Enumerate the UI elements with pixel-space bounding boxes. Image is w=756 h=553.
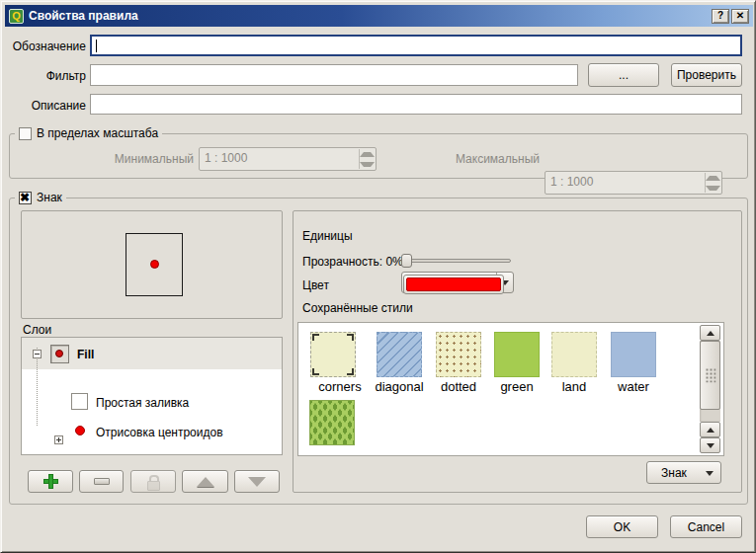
help-icon[interactable]: ? <box>712 9 729 24</box>
tree-item-centroid-fill[interactable]: Отрисовка центроидов <box>96 426 223 439</box>
lock-layer-button[interactable] <box>130 470 176 493</box>
centroid-fill-icon <box>75 426 85 435</box>
test-filter-button[interactable]: Проверить <box>671 63 742 87</box>
ok-button[interactable]: OK <box>586 515 658 538</box>
color-button[interactable] <box>403 275 504 294</box>
up-arrow-icon <box>197 477 214 487</box>
spin-up-icon <box>360 149 375 159</box>
close-icon[interactable]: ✕ <box>731 9 749 24</box>
text-caret <box>96 40 97 52</box>
style-item-dotted[interactable]: dotted <box>429 332 488 394</box>
layers-label: Слои <box>23 323 51 337</box>
cancel-button[interactable]: Cancel <box>670 515 742 538</box>
description-input[interactable] <box>90 94 742 115</box>
style-item-land[interactable]: land <box>545 332 604 394</box>
spin-up-icon <box>706 173 720 183</box>
scale-range-title: В пределах масштаба <box>37 126 158 140</box>
minus-icon <box>94 478 110 485</box>
max-scale-spin-arrows[interactable] <box>705 173 720 193</box>
max-scale-label: Максимальный <box>436 152 540 166</box>
plus-icon <box>43 474 58 489</box>
scroll-up-icon[interactable] <box>700 325 720 341</box>
spin-down-icon <box>360 159 375 169</box>
label-input[interactable] <box>90 35 742 56</box>
down-arrow-icon <box>248 477 266 487</box>
color-label: Цвет <box>302 278 329 292</box>
style-swatch-water <box>611 332 656 377</box>
style-swatch-dotted <box>436 332 481 377</box>
style-list: corners diagonal dotted green land water <box>297 322 724 456</box>
move-down-button[interactable] <box>234 470 280 493</box>
symbol-layers-tree: Fill Простая заливка Отрисовка центроидо… <box>21 337 283 455</box>
symbol-checkbox[interactable] <box>19 192 32 204</box>
symbol-preview <box>21 210 283 319</box>
filter-field-label: Фильтр <box>9 69 86 83</box>
transparency-slider-handle[interactable] <box>401 254 412 268</box>
style-swatch-green <box>494 332 540 377</box>
add-layer-button[interactable] <box>28 470 73 493</box>
style-swatch-green-hatch <box>309 400 355 445</box>
tree-item-simple-fill[interactable]: Простая заливка <box>96 396 189 410</box>
tree-root-label[interactable]: Fill <box>77 348 94 361</box>
rule-properties-dialog: Q Свойства правила ? ✕ Обозначение Фильт… <box>0 0 756 553</box>
style-item-green[interactable]: green <box>487 332 546 394</box>
style-swatch-diagonal <box>377 332 422 377</box>
style-swatch-land <box>551 332 597 377</box>
min-scale-spinbox[interactable]: 1 : 1000 <box>199 147 377 171</box>
style-swatch-corners <box>310 332 356 377</box>
expand-icon[interactable] <box>54 435 63 444</box>
filter-input[interactable] <box>90 64 578 86</box>
min-scale-label: Минимальный <box>90 152 194 166</box>
window-title: Свойства правила <box>29 9 710 23</box>
expression-builder-button[interactable]: ... <box>588 63 659 87</box>
symbol-menu-button[interactable]: Знак <box>646 461 721 484</box>
symbol-legend: Знак <box>15 191 66 204</box>
color-swatch <box>406 277 501 291</box>
style-item-green-hatch[interactable] <box>309 400 369 447</box>
lock-icon <box>146 475 160 489</box>
style-item-water[interactable]: water <box>604 332 663 394</box>
fill-symbol-icon <box>50 345 69 363</box>
titlebar[interactable]: Q Свойства правила ? ✕ <box>5 5 753 27</box>
move-up-button[interactable] <box>182 470 228 493</box>
transparency-slider-groove[interactable] <box>404 259 511 263</box>
saved-styles-label: Сохранённые стили <box>302 301 413 315</box>
scrollbar-thumb[interactable] <box>700 341 720 410</box>
style-item-diagonal[interactable]: diagonal <box>370 332 429 394</box>
scroll-up2-icon[interactable] <box>700 422 720 437</box>
scrollbar-track[interactable] <box>700 341 720 422</box>
collapse-icon[interactable] <box>33 350 42 358</box>
remove-layer-button[interactable] <box>79 470 124 493</box>
min-scale-spin-arrows[interactable] <box>359 149 375 169</box>
transparency-label: Прозрачность: 0% <box>302 255 403 269</box>
tree-connector <box>37 348 38 426</box>
simple-fill-icon <box>71 393 88 410</box>
label-field-label: Обозначение <box>9 40 86 53</box>
qgis-icon: Q <box>9 9 24 24</box>
style-list-scrollbar[interactable] <box>700 325 720 453</box>
scale-range-checkbox[interactable] <box>19 127 32 140</box>
symbol-title: Знак <box>37 191 62 204</box>
spin-down-icon <box>706 183 720 193</box>
max-scale-spinbox[interactable]: 1 : 1000 <box>545 171 722 195</box>
description-field-label: Описание <box>9 99 86 113</box>
style-item-corners[interactable]: corners <box>310 332 370 394</box>
preview-centroid-dot <box>150 260 159 269</box>
scale-range-legend: В пределах масштаба <box>15 126 162 140</box>
scroll-down-icon[interactable] <box>700 437 720 453</box>
units-label: Единицы <box>302 229 353 243</box>
chevron-down-icon <box>706 471 714 476</box>
